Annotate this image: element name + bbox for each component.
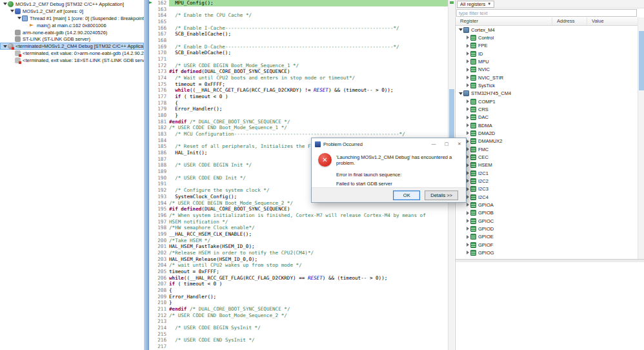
code-line[interactable]: 210}: [149, 300, 448, 306]
debug-tree-item[interactable]: <terminated, exit value: 18>ST-LINK (ST-…: [0, 57, 144, 64]
tree-expander-icon[interactable]: [16, 17, 22, 19]
line-number[interactable]: 176: [154, 87, 169, 94]
code-line[interactable]: 165: [149, 19, 448, 25]
line-number[interactable]: 181: [154, 119, 169, 125]
line-number[interactable]: 167: [154, 31, 169, 37]
line-number[interactable]: 213: [154, 318, 169, 325]
line-number[interactable]: 184: [154, 138, 169, 144]
line-number[interactable]: 217: [154, 344, 169, 350]
line-number[interactable]: 178: [154, 100, 169, 107]
register-tree-item[interactable]: GPIOC: [456, 217, 638, 225]
line-number[interactable]: 187: [154, 156, 169, 163]
code-line[interactable]: 196/* When system initialization is fini…: [149, 212, 448, 219]
line-number[interactable]: 180: [154, 112, 169, 119]
register-tree-item[interactable]: DMA2D: [456, 129, 638, 137]
close-icon[interactable]: ✕: [453, 138, 466, 150]
code-line[interactable]: 170 SCB_EnableDCache();: [149, 50, 448, 56]
code-line[interactable]: 200/*Take HSEM */: [149, 238, 448, 244]
code-line[interactable]: 180 }: [149, 112, 448, 119]
tree-expander-icon[interactable]: [465, 235, 470, 239]
register-tree-item[interactable]: GPIOF: [456, 241, 638, 249]
register-tree-item[interactable]: MPU: [456, 57, 638, 65]
debug-tree-item[interactable]: MOSv1.2_CM7 Debug [STM32 C/C++ Applicati…: [0, 1, 144, 8]
column-header-register[interactable]: Register: [456, 17, 552, 25]
register-tree-item[interactable]: Control: [456, 34, 638, 41]
line-number[interactable]: 173: [154, 68, 169, 75]
line-number[interactable]: 199: [154, 231, 169, 238]
line-number[interactable]: 215: [154, 331, 169, 338]
line-number[interactable]: 214: [154, 325, 169, 331]
tree-expander-icon[interactable]: [465, 36, 470, 39]
line-number[interactable]: 216: [154, 337, 169, 344]
code-line[interactable]: 208{: [149, 287, 448, 294]
line-number[interactable]: 165: [154, 19, 169, 25]
register-tree-item[interactable]: GPIOD: [456, 225, 638, 232]
tree-expander-icon[interactable]: [465, 68, 470, 72]
line-number[interactable]: 211: [154, 306, 169, 313]
code-line[interactable]: 172 /* USER CODE BEGIN Boot_Mode_Sequenc…: [149, 63, 448, 69]
debug-tree-item[interactable]: <terminated, exit value: 0>arm-none-eabi…: [0, 50, 144, 57]
code-line[interactable]: 209Error_Handler();: [149, 294, 448, 300]
register-tree-item[interactable]: GPIOA: [456, 201, 638, 209]
debug-tree-item[interactable]: Thread #1 [main] 1 [core: 0] (Suspended …: [0, 15, 144, 22]
code-line[interactable]: 181#endif /* DUAL_CORE_BOOT_SYNC_SEQUENC…: [149, 119, 448, 125]
code-line[interactable]: 168: [149, 37, 448, 44]
line-number[interactable]: 210: [154, 300, 169, 306]
code-line[interactable]: 166 /* Enable I-Cache-------------------…: [149, 25, 448, 32]
line-number[interactable]: 204: [154, 262, 169, 269]
register-tree-item[interactable]: FMC: [456, 145, 638, 153]
line-number[interactable]: 196: [154, 212, 169, 219]
register-tree-item[interactable]: I2C1: [456, 169, 638, 177]
line-number[interactable]: 189: [154, 169, 169, 175]
line-number[interactable]: 179: [154, 106, 169, 112]
code-line[interactable]: 175 timeout = 0xFFFF;: [149, 81, 448, 88]
code-line[interactable]: 169 /* Enable D-Cache-------------------…: [149, 44, 448, 50]
register-tree-item[interactable]: I2C2: [456, 177, 638, 185]
code-line[interactable]: 204/* wait until CPU2 wakes up from stop…: [149, 262, 448, 269]
code-line[interactable]: 174 /* Wait until CPU2 boots and enters …: [149, 75, 448, 81]
register-tree-item[interactable]: NVIC_STIR: [456, 74, 638, 81]
code-line[interactable]: 179 Error_Handler();: [149, 106, 448, 112]
register-tree-item[interactable]: HSEM: [456, 161, 638, 169]
code-line[interactable]: 216 /* USER CODE END SysInit */: [149, 337, 448, 344]
tree-expander-icon[interactable]: [465, 76, 470, 79]
line-number[interactable]: 174: [154, 75, 169, 81]
line-number[interactable]: 171: [154, 56, 169, 63]
code-line[interactable]: 205timeout = 0xFFFF;: [149, 269, 448, 275]
line-number[interactable]: 202: [154, 250, 169, 256]
register-tree-item[interactable]: I2C4: [456, 193, 638, 201]
line-number[interactable]: 177: [154, 94, 169, 100]
tree-expander-icon[interactable]: [9, 10, 15, 12]
register-tree-item[interactable]: STM32H745_CM4: [456, 90, 638, 98]
code-line[interactable]: 213: [149, 318, 448, 325]
code-line[interactable]: 215: [149, 331, 448, 338]
line-number[interactable]: 201: [154, 243, 169, 250]
debug-tree-item[interactable]: MOSv1.2_CM7.elf [cores: 0]: [0, 8, 144, 15]
line-number[interactable]: 212: [154, 313, 169, 319]
tree-expander-icon[interactable]: [2, 3, 8, 5]
dialog-title-bar[interactable]: Problem Occurred — ▢ ✕: [312, 138, 466, 150]
register-tree-item[interactable]: I2C3: [456, 185, 638, 193]
tree-expander-icon[interactable]: [465, 59, 470, 63]
tree-expander-icon[interactable]: [465, 219, 470, 223]
tree-expander-icon[interactable]: [465, 131, 470, 135]
line-number[interactable]: 207: [154, 281, 169, 287]
line-number[interactable]: 163: [154, 6, 169, 13]
line-number[interactable]: 182: [154, 125, 169, 131]
code-line[interactable]: 198/*HW semaphore Clock enable*/: [149, 225, 448, 231]
register-tree-item[interactable]: GPIOE: [456, 233, 638, 241]
tree-expander-icon[interactable]: [465, 44, 470, 48]
code-line[interactable]: 203HAL_HSEM_Release(HSEM_ID_0,0);: [149, 256, 448, 263]
register-tree-item[interactable]: SysTick: [456, 81, 638, 89]
registers-vertical-scrollbar[interactable]: [638, 17, 644, 260]
line-number[interactable]: 198: [154, 225, 169, 231]
line-number[interactable]: 183: [154, 131, 169, 138]
details-button[interactable]: Details >>: [425, 190, 458, 200]
register-tree-item[interactable]: Cortex_M4: [456, 26, 638, 34]
code-line[interactable]: 173#if defined(DUAL_CORE_BOOT_SYNC_SEQUE…: [149, 68, 448, 75]
tree-expander-icon[interactable]: [458, 28, 463, 31]
tree-expander-icon[interactable]: [465, 116, 470, 119]
code-line[interactable]: 167 SCB_EnableICache();: [149, 31, 448, 37]
debug-tree-item[interactable]: main() at main.c:162 0x8001006: [0, 22, 144, 29]
minimize-icon[interactable]: —: [427, 138, 440, 150]
